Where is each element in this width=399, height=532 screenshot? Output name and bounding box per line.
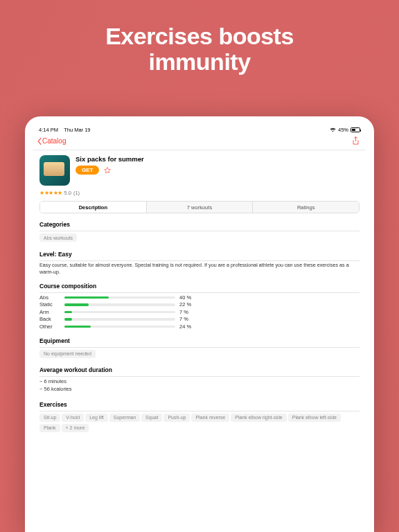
tab-description[interactable]: Description bbox=[40, 202, 146, 213]
app-screen: 4:14 PM Thu Mar 19 45% Catalog bbox=[33, 125, 366, 532]
composition-label: Abs bbox=[39, 294, 60, 301]
composition-bar bbox=[64, 318, 175, 321]
divider bbox=[39, 411, 360, 411]
category-chip[interactable]: Abs workouts bbox=[39, 233, 77, 242]
composition-label: Other bbox=[39, 323, 60, 330]
tab-workouts[interactable]: 7 workouts bbox=[146, 202, 253, 213]
divider bbox=[39, 347, 360, 348]
composition-row: Other24 % bbox=[39, 323, 360, 330]
exercise-chip[interactable]: Plank elbow right-side bbox=[231, 414, 286, 422]
composition-row: Back7 % bbox=[39, 316, 360, 322]
exercise-chip[interactable]: Plank elbow left-side bbox=[288, 414, 341, 422]
duration-title: Average workout duration bbox=[39, 366, 360, 373]
section-exercises: Exercises Sit-upV-holdLeg liftSupermanSq… bbox=[39, 401, 360, 434]
course-thumbnail[interactable] bbox=[39, 155, 70, 186]
divider bbox=[39, 292, 360, 293]
section-equipment: Equipment No equipment needed bbox=[39, 337, 360, 360]
exercise-chip[interactable]: Squat bbox=[141, 414, 162, 422]
device-frame: 4:14 PM Thu Mar 19 45% Catalog bbox=[25, 116, 374, 532]
course-heading: Six packs for summer GET bbox=[76, 155, 144, 186]
favorite-star-icon[interactable] bbox=[103, 166, 112, 175]
composition-bar bbox=[64, 303, 175, 306]
rating-count: (1) bbox=[73, 190, 80, 196]
equipment-title: Equipment bbox=[39, 337, 360, 344]
rating-row: ★★★★★ 5.0 (1) bbox=[39, 190, 360, 196]
composition-bar bbox=[64, 311, 175, 314]
battery-percent: 45% bbox=[338, 127, 348, 133]
divider bbox=[39, 376, 360, 377]
wifi-icon bbox=[330, 127, 336, 132]
exercise-chip[interactable]: Push-up bbox=[163, 414, 190, 422]
composition-bar bbox=[64, 326, 175, 328]
headline-line1: Exercises boosts bbox=[0, 24, 399, 49]
equipment-chip: No equipment needed bbox=[39, 350, 96, 358]
share-icon[interactable] bbox=[352, 136, 360, 145]
status-date: Thu Mar 19 bbox=[64, 127, 90, 133]
categories-title: Categories bbox=[39, 221, 360, 228]
get-button[interactable]: GET bbox=[76, 166, 99, 175]
composition-row: Arm7 % bbox=[39, 309, 360, 315]
composition-percent: 7 % bbox=[179, 309, 188, 315]
divider bbox=[39, 260, 360, 261]
duration-minutes: ~ 6 minutes bbox=[39, 378, 360, 386]
nav-bar: Catalog bbox=[33, 134, 366, 150]
tab-ratings[interactable]: Ratings bbox=[252, 202, 359, 213]
composition-row: Static22 % bbox=[39, 301, 360, 308]
divider bbox=[39, 231, 360, 231]
composition-label: Arm bbox=[39, 309, 60, 315]
exercise-chip[interactable]: Plank reverse bbox=[191, 414, 229, 422]
composition-label: Back bbox=[39, 316, 60, 322]
exercise-chip[interactable]: V-hold bbox=[62, 414, 84, 422]
level-description: Easy course, suitable for almost everyon… bbox=[39, 262, 360, 275]
status-right: 45% bbox=[330, 127, 360, 133]
battery-icon bbox=[351, 127, 360, 132]
section-duration: Average workout duration ~ 6 minutes ~ 5… bbox=[39, 366, 360, 393]
composition-percent: 24 % bbox=[179, 323, 191, 330]
promo-background: Exercises boosts immunity 4:14 PM Thu Ma… bbox=[0, 0, 399, 532]
composition-percent: 22 % bbox=[179, 301, 191, 308]
back-button[interactable]: Catalog bbox=[37, 137, 66, 145]
exercises-title: Exercises bbox=[39, 401, 360, 408]
promo-headline: Exercises boosts immunity bbox=[0, 0, 399, 76]
level-title: Level: Easy bbox=[39, 251, 360, 258]
course-title: Six packs for summer bbox=[76, 155, 144, 163]
composition-label: Static bbox=[39, 301, 60, 308]
content-area: Six packs for summer GET ★★★★★ 5.0 (1) D… bbox=[33, 150, 366, 438]
section-level: Level: Easy Easy course, suitable for al… bbox=[39, 251, 360, 276]
exercise-chip[interactable]: Plank bbox=[39, 424, 60, 432]
exercise-chip[interactable]: Leg lift bbox=[85, 414, 108, 422]
rating-value: 5.0 bbox=[64, 190, 71, 196]
status-bar: 4:14 PM Thu Mar 19 45% bbox=[33, 125, 366, 134]
exercise-chip[interactable]: Sit-up bbox=[39, 414, 60, 422]
exercise-chip[interactable]: Superman bbox=[109, 414, 140, 422]
back-label: Catalog bbox=[42, 137, 66, 145]
section-categories: Categories Abs workouts bbox=[39, 221, 360, 243]
chevron-left-icon bbox=[37, 138, 42, 145]
more-exercises-chip[interactable]: + 2 more bbox=[62, 424, 89, 432]
composition-title: Course composition bbox=[39, 283, 360, 290]
section-composition: Course composition Abs40 %Static22 %Arm7… bbox=[39, 283, 360, 330]
headline-line2: immunity bbox=[0, 49, 399, 75]
status-left: 4:14 PM Thu Mar 19 bbox=[39, 127, 91, 133]
composition-row: Abs40 % bbox=[39, 294, 360, 301]
composition-percent: 40 % bbox=[179, 294, 191, 301]
course-header: Six packs for summer GET bbox=[39, 155, 360, 186]
rating-stars-icon: ★★★★★ bbox=[39, 190, 62, 196]
duration-kcal: ~ 56 kcalories bbox=[39, 386, 360, 393]
composition-percent: 7 % bbox=[179, 316, 188, 322]
composition-bar bbox=[64, 296, 175, 299]
status-time: 4:14 PM bbox=[39, 127, 58, 133]
segmented-control: Description 7 workouts Ratings bbox=[39, 201, 360, 213]
